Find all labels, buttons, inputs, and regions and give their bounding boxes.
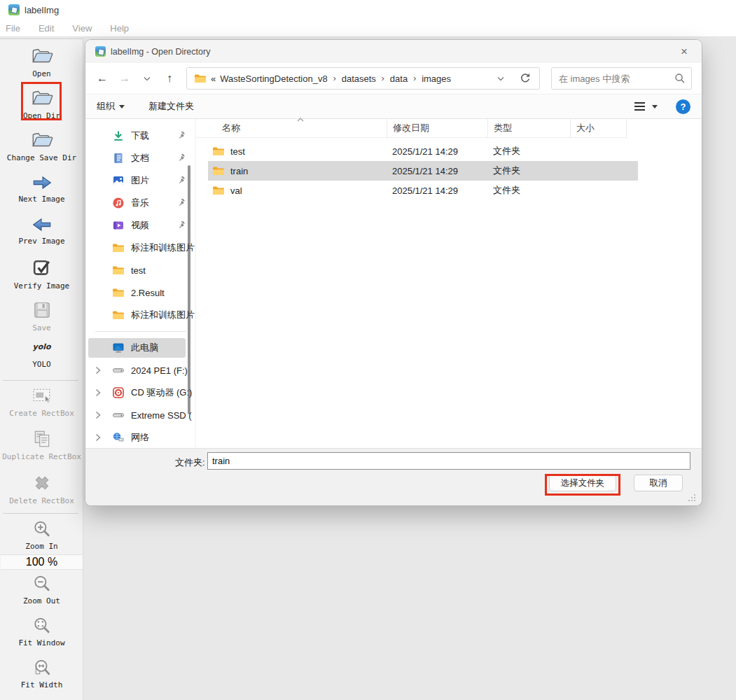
yolo-format-button[interactable]: yolo YOLO <box>0 342 83 369</box>
tree-item-annotation-images-1[interactable]: 标注和训练图片 <box>85 237 195 259</box>
pin-icon <box>178 176 186 185</box>
tree-item-downloads[interactable]: 下载 <box>85 125 195 147</box>
chevron-right-icon[interactable] <box>95 433 102 442</box>
chevron-right-icon[interactable] <box>95 344 102 352</box>
delete-rectbox-button[interactable]: Delete RectBox <box>0 473 83 505</box>
tree-item-2result[interactable]: 2.Result <box>85 281 195 304</box>
breadcrumb-segment[interactable]: WasteSortingDetection_v8 <box>220 74 327 84</box>
breadcrumb-segment[interactable]: images <box>422 74 451 84</box>
tree-item-this-pc[interactable]: 此电脑 <box>85 337 195 359</box>
column-header-type[interactable]: 类型 <box>487 119 570 138</box>
app-workspace: Open Open Dir Change Save Dir <box>0 37 736 700</box>
cancel-button[interactable]: 取消 <box>634 475 683 491</box>
refresh-icon[interactable] <box>515 73 535 84</box>
column-header-date[interactable]: 修改日期 <box>387 119 487 138</box>
arrow-right-icon <box>31 174 53 191</box>
network-icon <box>112 431 125 444</box>
file-type: 文件夹 <box>487 145 570 158</box>
open-button[interactable]: Open <box>0 46 83 78</box>
create-rectbox-button[interactable]: Create RectBox <box>0 387 83 418</box>
delete-rectbox-label: Delete RectBox <box>9 496 74 505</box>
file-row-val[interactable]: val 2025/1/21 14:29 文件夹 <box>196 181 702 200</box>
tree-item-network[interactable]: 网络 <box>85 426 195 448</box>
menu-help[interactable]: Help <box>110 23 129 34</box>
fit-window-button[interactable]: Fit Window <box>0 617 83 648</box>
duplicate-rectbox-button[interactable]: Duplicate RectBox <box>0 429 83 461</box>
change-save-dir-button[interactable]: Change Save Dir <box>0 130 83 162</box>
yolo-format-label: YOLO <box>32 360 51 369</box>
tree-item-label: CD 驱动器 (G:) <box>131 386 192 399</box>
chevron-right-icon[interactable] <box>95 411 102 419</box>
menu-edit[interactable]: Edit <box>39 23 54 34</box>
zoom-in-button[interactable]: Zoom In <box>0 520 83 551</box>
tree-item-drive-f[interactable]: 2024 PE1 (F:) <box>85 359 195 382</box>
tree-item-label: 下载 <box>131 130 149 142</box>
app-title: labelImg <box>25 5 59 15</box>
resize-grip[interactable] <box>688 494 695 501</box>
zoom-percent-value: 100 % <box>26 556 57 568</box>
tree-item-test[interactable]: test <box>85 259 195 281</box>
next-image-button[interactable]: Next Image <box>0 174 83 204</box>
list-view-icon[interactable] <box>634 102 645 111</box>
zoom-percent-field[interactable]: 100 % <box>1 554 83 570</box>
up-arrow-icon[interactable]: ↑ <box>160 69 179 88</box>
folder-name-input[interactable] <box>207 452 690 470</box>
sort-ascending-icon <box>297 118 304 122</box>
chevron-right-icon[interactable] <box>95 388 102 397</box>
pin-icon <box>178 154 186 162</box>
breadcrumb[interactable]: « WasteSortingDetection_v8 › datasets › … <box>186 67 540 90</box>
delete-rectbox-x-icon <box>32 473 52 493</box>
folder-icon <box>212 166 225 176</box>
zoom-out-icon <box>33 575 51 593</box>
tree-item-documents[interactable]: 文档 <box>85 147 195 169</box>
help-icon[interactable]: ? <box>676 99 690 114</box>
open-folder-icon <box>29 46 55 66</box>
column-header-name[interactable]: 名称 <box>196 119 387 138</box>
organize-menu-button[interactable]: 组织 <box>97 100 125 113</box>
fit-width-icon <box>33 659 51 677</box>
view-options-chevron-icon[interactable] <box>652 105 658 108</box>
tree-item-pictures[interactable]: 图片 <box>85 169 195 192</box>
menu-file[interactable]: File <box>6 23 20 34</box>
tree-item-videos[interactable]: 视频 <box>85 214 195 237</box>
forward-arrow-icon[interactable]: → <box>115 69 134 88</box>
search-box[interactable] <box>551 67 692 90</box>
tree-scrollbar[interactable] <box>188 165 190 414</box>
chevron-right-icon[interactable] <box>95 366 102 374</box>
save-button[interactable]: Save <box>0 300 83 332</box>
column-header-size[interactable]: 大小 <box>570 119 627 138</box>
dialog-content: 下载 <box>85 119 702 448</box>
tree-item-music[interactable]: 音乐 <box>85 192 195 214</box>
folder-icon <box>112 309 125 321</box>
prev-image-button[interactable]: Prev Image <box>0 216 83 246</box>
tree-item-extreme-ssd[interactable]: Extreme SSD ( <box>85 404 195 426</box>
history-chevron-icon[interactable] <box>137 69 157 88</box>
fit-width-button[interactable]: Fit Width <box>0 659 83 690</box>
back-arrow-icon[interactable]: ← <box>92 69 112 88</box>
new-folder-button[interactable]: 新建文件夹 <box>148 100 194 113</box>
cd-drive-icon <box>112 386 125 399</box>
file-row-test[interactable]: test 2025/1/21 14:29 文件夹 <box>196 141 702 161</box>
folder-icon <box>112 286 125 299</box>
open-directory-dialog: labelImg - Open Directory × ← → ↑ « Wast… <box>85 40 702 505</box>
dialog-navbar: ← → ↑ « WasteSortingDetection_v8 › datas… <box>85 63 702 94</box>
tree-item-cd-drive-g[interactable]: CD 驱动器 (G:) <box>85 382 195 404</box>
file-type: 文件夹 <box>487 164 570 177</box>
annotation-box-open-dir <box>21 82 62 120</box>
organize-label: 组织 <box>97 100 115 113</box>
tree-item-label: 音乐 <box>131 197 149 209</box>
address-chevron-icon[interactable] <box>490 76 511 81</box>
file-row-train[interactable]: train 2025/1/21 14:29 文件夹 <box>196 161 702 181</box>
breadcrumb-segment[interactable]: data <box>390 74 408 84</box>
zoom-out-button[interactable]: Zoom Out <box>0 575 83 606</box>
tree-item-annotation-images-2[interactable]: 标注和训练图片 <box>85 304 195 326</box>
search-input[interactable] <box>559 74 674 84</box>
pin-icon <box>178 221 186 230</box>
chevron-down-icon <box>119 105 125 108</box>
dialog-titlebar[interactable]: labelImg - Open Directory × <box>85 40 702 63</box>
menu-view[interactable]: View <box>72 23 92 34</box>
breadcrumb-segment[interactable]: datasets <box>342 74 376 84</box>
close-icon[interactable]: × <box>675 43 693 61</box>
tree-divider <box>95 331 186 332</box>
verify-image-button[interactable]: Verify Image <box>0 258 83 290</box>
